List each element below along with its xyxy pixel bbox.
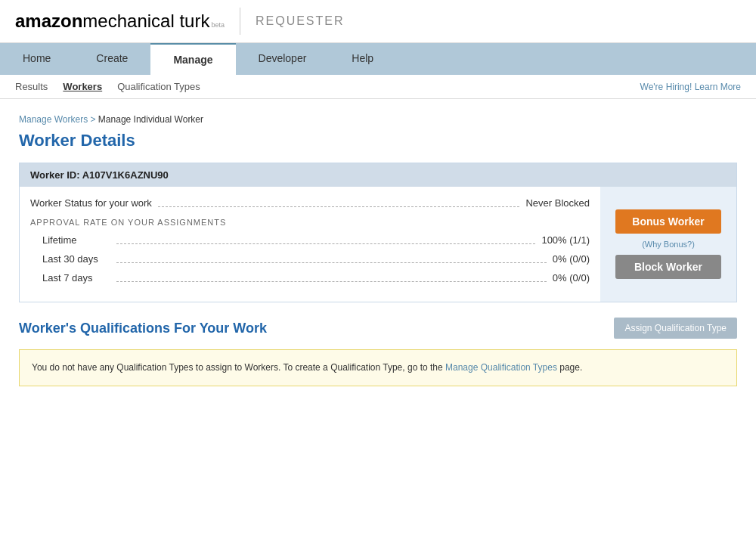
nav-create[interactable]: Create [73,43,150,75]
approval-last30-dots [116,256,547,263]
main-content: Manage Workers > Manage Individual Worke… [0,99,756,533]
approval-header: APPROVAL RATE ON YOUR ASSIGNMENTS [30,218,590,227]
approval-last7-value: 0% (0/0) [553,272,590,284]
qualifications-header: Worker's Qualifications For Your Work As… [19,318,737,339]
nav-home[interactable]: Home [0,43,73,75]
bonus-worker-button[interactable]: Bonus Worker [615,209,721,234]
breadcrumb: Manage Workers > Manage Individual Worke… [19,114,737,125]
notice-after: page. [557,362,582,373]
subnav-qualification-types[interactable]: Qualification Types [117,81,200,92]
worker-status-dots [158,200,520,207]
main-nav: Home Create Manage Developer Help [0,43,756,75]
subnav-hiring[interactable]: We're Hiring! Learn More [640,82,741,92]
logo-mechanical-text: mechanical turk [82,11,209,31]
nav-help[interactable]: Help [329,43,396,75]
worker-status-value: Never Blocked [525,197,590,209]
worker-id-label: Worker ID: [30,169,80,181]
logo-requester: REQUESTER [256,14,345,28]
why-bonus-link[interactable]: (Why Bonus?) [642,240,695,249]
notice-text: You do not have any Qualification Types … [32,362,445,373]
worker-id-bar: Worker ID: A107V1K6AZNU90 [20,163,736,187]
worker-status-row: Worker Status for your work Never Blocke… [30,197,590,209]
worker-details-box: Worker ID: A107V1K6AZNU90 Worker Status … [19,163,737,302]
breadcrumb-parent[interactable]: Manage Workers [19,114,88,125]
subnav-results[interactable]: Results [15,81,48,92]
logo-beta: beta [211,21,225,29]
logo-amazon-text: amazon [15,11,82,31]
subnav-workers[interactable]: Workers [63,81,102,92]
approval-last30-row: Last 30 days 0% (0/0) [30,253,590,265]
worker-id-value: A107V1K6AZNU90 [82,169,169,181]
manage-qualification-types-link[interactable]: Manage Qualification Types [445,362,557,373]
logo-divider [240,8,240,35]
nav-manage[interactable]: Manage [150,43,235,75]
approval-lifetime-value: 100% (1/1) [541,234,590,246]
worker-content: Worker Status for your work Never Blocke… [20,187,736,302]
block-worker-button[interactable]: Block Worker [615,255,721,279]
worker-left-panel: Worker Status for your work Never Blocke… [20,187,600,302]
notice-box: You do not have any Qualification Types … [19,349,737,386]
approval-lifetime-row: Lifetime 100% (1/1) [30,234,590,246]
approval-lifetime-dots [116,237,535,244]
breadcrumb-current: Manage Individual Worker [98,114,203,125]
approval-last7-label: Last 7 days [42,272,110,284]
page-title: Worker Details [19,131,737,150]
approval-last7-dots [116,274,547,282]
breadcrumb-separator: > [91,114,96,125]
logo: amazonmechanical turk beta [15,12,225,30]
nav-developer[interactable]: Developer [236,43,330,75]
qualifications-title: Worker's Qualifications For Your Work [19,321,614,336]
approval-last30-value: 0% (0/0) [553,253,590,265]
sub-nav: Results Workers Qualification Types We'r… [0,75,756,99]
approval-last30-label: Last 30 days [42,253,110,265]
assign-qualification-button[interactable]: Assign Qualification Type [614,318,737,339]
approval-lifetime-label: Lifetime [42,234,110,246]
approval-last7-row: Last 7 days 0% (0/0) [30,272,590,284]
worker-status-label: Worker Status for your work [30,197,152,209]
worker-right-panel: Bonus Worker (Why Bonus?) Block Worker [600,187,736,302]
